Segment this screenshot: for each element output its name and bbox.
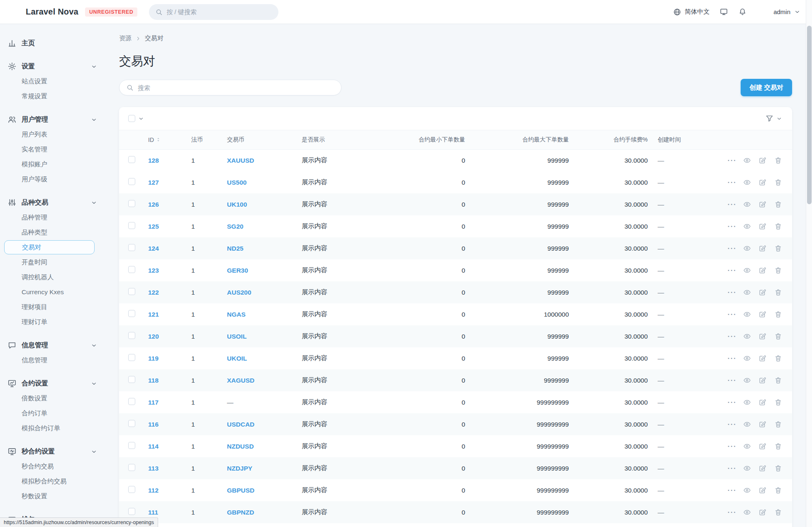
delete-trash-icon[interactable] (773, 442, 783, 451)
view-eye-icon[interactable] (742, 244, 752, 254)
more-actions-button[interactable]: ··· (728, 376, 736, 385)
row-coin-link[interactable]: GBPNZD (227, 509, 254, 516)
more-actions-button[interactable]: ··· (728, 222, 736, 232)
row-checkbox[interactable] (128, 288, 135, 295)
edit-pencil-icon[interactable] (758, 266, 768, 276)
row-checkbox[interactable] (128, 222, 135, 229)
row-checkbox[interactable] (128, 464, 135, 471)
breadcrumb-resources[interactable]: 资源 (119, 34, 132, 42)
brand[interactable]: Laravel Nova (8, 5, 78, 18)
view-eye-icon[interactable] (742, 442, 752, 451)
resource-search[interactable] (119, 80, 341, 95)
row-checkbox[interactable] (128, 200, 135, 207)
row-coin-link[interactable]: USDCAD (227, 421, 254, 428)
sidebar-item-contract-orders[interactable]: 合约订单 (7, 406, 97, 421)
delete-trash-icon[interactable] (773, 266, 783, 276)
row-id-link[interactable]: 116 (148, 421, 158, 428)
edit-pencil-icon[interactable] (758, 442, 768, 451)
row-coin-link[interactable]: AUS200 (227, 289, 251, 296)
row-id-link[interactable]: 112 (148, 487, 158, 494)
chevron-down-icon[interactable] (91, 117, 97, 123)
more-actions-button[interactable]: ··· (728, 178, 736, 188)
row-checkbox[interactable] (128, 310, 135, 317)
resource-search-input[interactable] (138, 84, 334, 91)
sidebar-item-info-management-item[interactable]: 信息管理 (7, 353, 97, 368)
more-actions-button[interactable]: ··· (728, 442, 736, 451)
row-id-link[interactable]: 124 (148, 245, 159, 252)
more-actions-button[interactable]: ··· (728, 464, 736, 473)
global-search[interactable] (149, 4, 278, 20)
header-id[interactable]: ID (143, 130, 186, 149)
chevron-down-icon[interactable] (91, 342, 97, 349)
sort-icon[interactable] (156, 137, 161, 142)
sidebar-section-contract-settings[interactable]: 合约设置 (7, 376, 97, 391)
view-eye-icon[interactable] (742, 507, 752, 517)
row-coin-link[interactable]: NZDUSD (227, 443, 254, 450)
row-id-link[interactable]: 125 (148, 223, 159, 230)
edit-pencil-icon[interactable] (758, 464, 768, 473)
delete-trash-icon[interactable] (773, 464, 783, 473)
view-eye-icon[interactable] (742, 310, 752, 320)
delete-trash-icon[interactable] (773, 288, 783, 298)
sidebar-section-user-management[interactable]: 用户管理 (7, 112, 97, 127)
row-checkbox[interactable] (128, 442, 135, 449)
more-actions-button[interactable]: ··· (728, 288, 736, 298)
chevron-down-icon[interactable] (91, 381, 97, 387)
sidebar-item-currency-kxes[interactable]: Currency Kxes (7, 285, 97, 300)
more-actions-button[interactable]: ··· (728, 420, 736, 429)
sidebar-item-user-levels[interactable]: 用户等级 (7, 172, 97, 187)
row-coin-link[interactable]: XAUUSD (227, 157, 254, 164)
chevron-down-icon[interactable] (91, 200, 97, 206)
more-actions-button[interactable]: ··· (728, 332, 736, 342)
edit-pencil-icon[interactable] (758, 354, 768, 364)
sidebar-item-symbol-management[interactable]: 品种管理 (7, 210, 97, 225)
global-search-input[interactable] (166, 8, 272, 15)
delete-trash-icon[interactable] (773, 244, 783, 254)
delete-trash-icon[interactable] (773, 156, 783, 166)
row-id-link[interactable]: 113 (148, 465, 158, 472)
edit-pencil-icon[interactable] (758, 486, 768, 495)
sidebar-item-wealth-orders[interactable]: 理财订单 (7, 315, 97, 329)
more-actions-button[interactable]: ··· (728, 398, 736, 407)
view-eye-icon[interactable] (742, 420, 752, 429)
row-coin-link[interactable]: USOIL (227, 333, 246, 340)
delete-trash-icon[interactable] (773, 310, 783, 320)
sidebar-item-seconds-settings[interactable]: 秒数设置 (7, 489, 97, 504)
row-id-link[interactable]: 127 (148, 179, 159, 186)
chevron-down-icon[interactable] (91, 449, 97, 455)
view-eye-icon[interactable] (742, 288, 752, 298)
sidebar-item-demo-seconds-contract-trading[interactable]: 模拟秒合约交易 (7, 474, 97, 489)
row-id-link[interactable]: 122 (148, 289, 159, 296)
more-actions-button[interactable]: ··· (728, 354, 736, 364)
sidebar-item-opening-times[interactable]: 开盘时间 (7, 255, 97, 270)
row-id-link[interactable]: 118 (148, 377, 158, 384)
sidebar-item-user-list[interactable]: 用户列表 (7, 127, 97, 142)
row-coin-link[interactable]: NGAS (227, 311, 246, 318)
row-id-link[interactable]: 111 (148, 509, 158, 516)
view-eye-icon[interactable] (742, 178, 752, 188)
row-checkbox[interactable] (128, 354, 135, 361)
sidebar-item-multiplier-settings[interactable]: 倍数设置 (7, 391, 97, 406)
row-coin-link[interactable]: NZDJPY (227, 465, 252, 472)
filter-control[interactable] (765, 114, 782, 123)
more-actions-button[interactable]: ··· (728, 266, 736, 276)
row-checkbox[interactable] (128, 244, 135, 251)
sidebar-item-symbol-types[interactable]: 品种类型 (7, 225, 97, 240)
row-coin-link[interactable]: GER30 (227, 267, 248, 274)
delete-trash-icon[interactable] (773, 486, 783, 495)
edit-pencil-icon[interactable] (758, 507, 768, 517)
view-eye-icon[interactable] (742, 332, 752, 342)
view-eye-icon[interactable] (742, 486, 752, 495)
sidebar-item-wealth-projects[interactable]: 理财项目 (7, 300, 97, 315)
edit-pencil-icon[interactable] (758, 178, 768, 188)
view-eye-icon[interactable] (742, 376, 752, 385)
language-switcher[interactable]: 简体中文 (673, 8, 710, 16)
edit-pencil-icon[interactable] (758, 244, 768, 254)
edit-pencil-icon[interactable] (758, 222, 768, 232)
row-id-link[interactable]: 120 (148, 333, 159, 340)
chevron-down-icon[interactable] (91, 63, 97, 70)
sidebar-item-demo-contract-orders[interactable]: 模拟合约订单 (7, 421, 97, 436)
row-checkbox[interactable] (128, 376, 135, 383)
edit-pencil-icon[interactable] (758, 200, 768, 210)
sidebar-section-settings[interactable]: 设置 (7, 59, 97, 74)
